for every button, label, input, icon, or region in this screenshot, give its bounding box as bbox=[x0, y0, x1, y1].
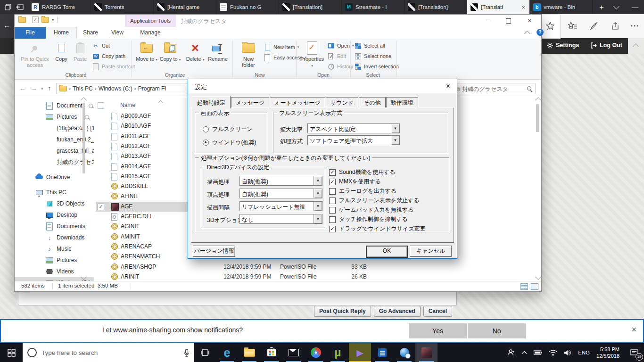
volume-icon[interactable] bbox=[561, 343, 575, 362]
people-icon[interactable] bbox=[504, 343, 518, 362]
new-folder-button[interactable]: New folder bbox=[236, 40, 261, 68]
tab-list-dropdown-icon[interactable] bbox=[613, 3, 619, 9]
favorites-star-icon[interactable] bbox=[544, 20, 556, 32]
battery-icon[interactable] bbox=[530, 343, 545, 362]
set-tabs-aside-icon[interactable] bbox=[16, 4, 24, 10]
ribbon-tab-share[interactable]: Share bbox=[77, 27, 104, 39]
microphone-icon[interactable] bbox=[184, 349, 190, 357]
file-list-scrollbar[interactable] bbox=[535, 97, 540, 280]
cancel-button[interactable]: キャンセル bbox=[410, 246, 452, 257]
dialog-tab-2[interactable]: オートメッセージ bbox=[270, 97, 325, 108]
language-indicator[interactable]: ENG bbox=[575, 343, 593, 362]
option-checkbox-6[interactable]: ✓ドラッグでウインドウサイズ変更 bbox=[329, 225, 426, 233]
copy-to-button[interactable]: Copy to ▾ bbox=[159, 40, 182, 62]
browser-tab-2[interactable]: [Hentai game bbox=[154, 0, 216, 14]
go-advanced-button[interactable]: Go Advanced bbox=[374, 306, 421, 317]
option-checkbox-4[interactable]: ゲームパッド入力を無視する bbox=[329, 206, 413, 214]
forum-logout-link[interactable]: Log Out bbox=[591, 42, 622, 49]
d3d-select-1[interactable]: 自動(推奨)▼ bbox=[239, 189, 322, 198]
sidebar-scrollbar[interactable] bbox=[82, 97, 86, 280]
cut-button[interactable]: ✂Cut bbox=[92, 41, 110, 50]
large-icons-view-button[interactable] bbox=[531, 283, 538, 290]
taskbar-app-kmplayer[interactable]: ▶ bbox=[349, 343, 371, 362]
new-tab-button[interactable]: + bbox=[599, 3, 604, 11]
radio-window[interactable]: ウインドウ(推奨) bbox=[203, 139, 256, 147]
customize-qat-icon[interactable]: ▾ bbox=[52, 17, 54, 22]
ok-button[interactable]: OK bbox=[366, 246, 408, 258]
d3d-select-2[interactable]: リフレッシュレート無視▼ bbox=[239, 201, 322, 211]
notification-no-button[interactable]: No bbox=[468, 323, 526, 338]
row-checkbox[interactable]: ✓ bbox=[98, 204, 104, 210]
back-arrow-icon[interactable]: ← bbox=[3, 21, 10, 29]
notification-yes-button[interactable]: Yes bbox=[409, 323, 467, 338]
taskbar-app-store[interactable] bbox=[260, 343, 282, 362]
option-checkbox-3[interactable]: フルスクリーン表示を禁止する bbox=[329, 197, 420, 205]
rename-button[interactable]: Rename bbox=[206, 40, 230, 62]
share-icon[interactable] bbox=[609, 20, 621, 32]
help-icon[interactable]: ? bbox=[537, 29, 544, 36]
move-to-button[interactable]: Move to ▾ bbox=[135, 40, 158, 62]
dropdown-arrow-icon[interactable]: ▼ bbox=[314, 189, 322, 198]
option-checkbox-5[interactable]: タッチ操作制御を抑制する bbox=[329, 215, 408, 223]
file-row-arenashop[interactable]: ARENASHOP12/4/2018 9:59 PMPowerISO File3… bbox=[96, 262, 541, 272]
copy-button[interactable]: Copy bbox=[52, 40, 70, 62]
select-none-button[interactable]: Select none bbox=[354, 51, 391, 61]
browser-tab-4[interactable]: [Translation] bbox=[279, 0, 342, 14]
dialog-tab-1[interactable]: メッセージ bbox=[231, 97, 269, 108]
action-center-button[interactable]: 19 bbox=[624, 343, 644, 362]
explorer-restore-button[interactable] bbox=[498, 15, 519, 27]
browser-tab-7[interactable]: [Translati× bbox=[467, 0, 530, 14]
select-all-button[interactable]: Select all bbox=[354, 41, 385, 50]
new-item-button[interactable]: New item ▾ bbox=[264, 42, 299, 52]
explorer-close-button[interactable]: × bbox=[519, 15, 540, 27]
browser-tab-6[interactable]: [Translation] bbox=[405, 0, 467, 14]
ribbon-tab-file[interactable]: File bbox=[15, 27, 46, 39]
pin-to-quick-access-button[interactable]: Pin to Quick access bbox=[18, 40, 51, 68]
breadcrumb-windows-c[interactable]: Windows (C:) bbox=[99, 85, 132, 92]
tab-preview-icon[interactable] bbox=[5, 4, 11, 10]
dropdown-arrow-icon[interactable]: ▼ bbox=[314, 176, 322, 185]
start-button[interactable] bbox=[0, 343, 23, 362]
forward-button[interactable]: → bbox=[31, 84, 37, 92]
breadcrumb-this-pc[interactable]: This PC bbox=[73, 85, 93, 92]
paste-shortcut-button[interactable]: Paste shortcut bbox=[92, 62, 135, 71]
edit-button[interactable]: Edit bbox=[327, 51, 346, 61]
taskbar-app-mail[interactable] bbox=[282, 343, 305, 362]
more-options-icon[interactable] bbox=[628, 20, 641, 32]
taskbar-app-chrome[interactable] bbox=[305, 343, 327, 362]
hidden-icons-chevron[interactable] bbox=[518, 343, 530, 362]
dialog-tab-3[interactable]: サウンド bbox=[326, 97, 358, 108]
d3d-select-0[interactable]: 自動(推奨)▼ bbox=[239, 176, 322, 186]
breadcrumb-program-files[interactable]: Program Fi bbox=[138, 85, 166, 92]
forum-settings-link[interactable]: Settings bbox=[547, 42, 579, 49]
ribbon-tab-manage[interactable]: Manage bbox=[125, 27, 176, 39]
taskbar-app-explorer[interactable] bbox=[238, 343, 260, 362]
clock[interactable]: 5:58 PM 12/5/2018 bbox=[593, 343, 624, 362]
back-button[interactable]: ← bbox=[19, 84, 26, 92]
post-quick-reply-button[interactable]: Post Quick Reply bbox=[314, 306, 371, 317]
wifi-icon[interactable] bbox=[545, 343, 561, 362]
web-note-pen-icon[interactable] bbox=[588, 20, 600, 32]
recent-locations-icon[interactable]: ▾ bbox=[41, 86, 43, 91]
option-checkbox-1[interactable]: ✓MMXを使用する bbox=[329, 178, 381, 186]
copy-path-button[interactable]: W Copy path bbox=[92, 51, 125, 61]
task-view-button[interactable] bbox=[194, 343, 216, 362]
dropdown-arrow-icon[interactable]: ▼ bbox=[391, 124, 399, 133]
application-tools-tab[interactable]: Application Tools bbox=[125, 15, 176, 27]
history-button[interactable]: History bbox=[327, 62, 353, 71]
search-input[interactable]: h 封緘のグラセスタ bbox=[454, 83, 536, 94]
reading-list-icon[interactable] bbox=[567, 20, 579, 32]
taskbar-app-edge[interactable]: e bbox=[216, 343, 238, 362]
new-folder-qat-icon[interactable] bbox=[41, 17, 49, 23]
taskbar-search-input[interactable]: Type here to search bbox=[23, 343, 194, 362]
taskbar-app-time-app[interactable] bbox=[393, 343, 415, 362]
dropdown-arrow-icon[interactable]: ▼ bbox=[314, 202, 322, 211]
browser-tab-5[interactable]: MStreamate - I bbox=[342, 0, 405, 14]
open-button[interactable]: Open ▾ bbox=[327, 41, 354, 50]
browser-minimize-button[interactable]: — bbox=[625, 0, 644, 14]
name-column-header[interactable]: Name bbox=[120, 102, 135, 108]
browser-tab-3[interactable]: Fuukan no G bbox=[216, 0, 279, 14]
delete-button[interactable]: × Delete ▾ bbox=[184, 40, 206, 62]
invert-selection-button[interactable]: Invert selection bbox=[354, 62, 399, 71]
properties-qat-icon[interactable]: ✓ bbox=[32, 16, 39, 23]
